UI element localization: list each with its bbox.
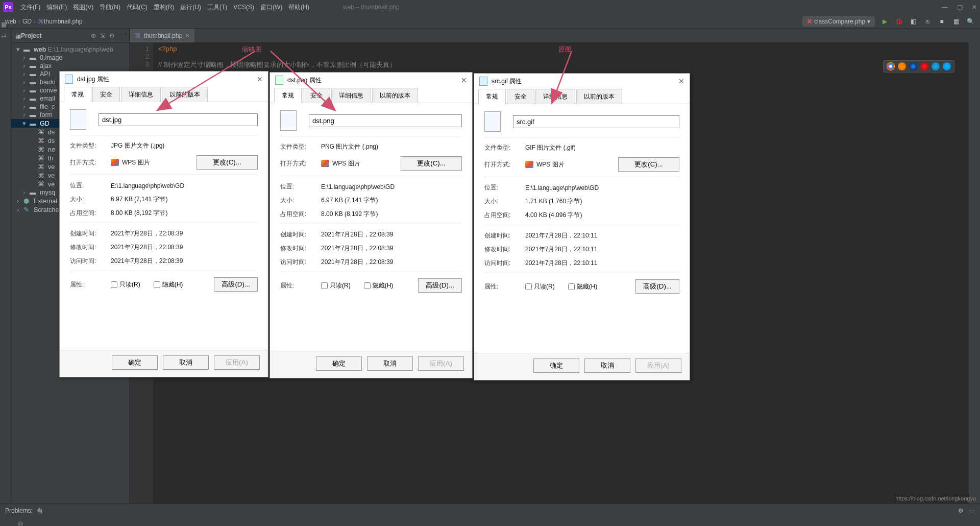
readonly-checkbox[interactable]: 只读(R) [321, 281, 351, 290]
menu-vcs[interactable]: VCS(S) [230, 4, 257, 11]
change-button[interactable]: 更改(C)... [618, 157, 679, 172]
tab-previous[interactable]: 以前的版本 [372, 88, 418, 103]
dialog-title: src.gif 属性 [492, 77, 522, 86]
tab-previous[interactable]: 以前的版本 [576, 89, 622, 104]
breadcrumb-folder[interactable]: GD [22, 18, 32, 25]
apply-button[interactable]: 应用(A) [214, 355, 260, 370]
value-modified: 2021年7月28日，22:08:39 [321, 244, 462, 253]
menu-refactor[interactable]: 重构(R) [151, 3, 178, 12]
menu-run[interactable]: 运行(U) [177, 3, 204, 12]
ok-button[interactable]: 确定 [112, 355, 158, 370]
problems-panel: Problems: 当 ⚙ — ◎ ★ [0, 504, 980, 526]
cancel-button[interactable]: 取消 [584, 358, 630, 373]
folder-icon: ▬ [30, 95, 38, 102]
hidden-checkbox[interactable]: 隐藏(H) [568, 282, 598, 291]
tab-general[interactable]: 常规 [64, 87, 91, 102]
tab-security[interactable]: 安全 [507, 89, 534, 104]
readonly-checkbox[interactable]: 只读(R) [525, 282, 555, 291]
expand-icon[interactable]: ⇲ [100, 32, 105, 39]
cancel-button[interactable]: 取消 [163, 355, 209, 370]
value-modified: 2021年7月28日，22:10:11 [525, 245, 679, 254]
menu-view[interactable]: 视图(V) [70, 3, 96, 12]
profile-icon[interactable]: ⎋ [923, 17, 932, 26]
folder-icon: ▬ [23, 46, 32, 53]
advanced-button[interactable]: 高级(D)... [418, 278, 462, 293]
change-button[interactable]: 更改(C)... [197, 155, 258, 170]
tab-security[interactable]: 安全 [92, 87, 120, 102]
file-type-icon [65, 75, 73, 84]
stop-icon[interactable]: ■ [937, 17, 946, 26]
filename-input[interactable] [99, 113, 258, 126]
coverage-icon[interactable]: ◧ [909, 17, 918, 26]
ok-button[interactable]: 确定 [316, 356, 362, 371]
hidden-checkbox[interactable]: 隐藏(H) [364, 281, 394, 290]
run-config-select[interactable]: ✖ classCompare.php ▾ [802, 16, 875, 27]
run-icon[interactable]: ▶ [880, 17, 889, 26]
close-icon[interactable]: ✕ [678, 77, 684, 85]
advanced-button[interactable]: 高级(D)... [214, 277, 258, 292]
tab-details[interactable]: 详细信息 [535, 89, 575, 104]
gear-icon[interactable]: ⚙ [109, 32, 115, 39]
menu-nav[interactable]: 导航(N) [96, 3, 124, 12]
chrome-icon[interactable] [887, 62, 895, 70]
layout-icon[interactable]: ▦ [951, 17, 961, 26]
project-tool-tab[interactable]: 1: 项目 [0, 32, 8, 38]
menu-tools[interactable]: 工具(T) [204, 3, 230, 12]
menu-window[interactable]: 窗口(W) [257, 3, 285, 12]
tab-general[interactable]: 常规 [274, 88, 302, 103]
value-size: 1.71 KB (1,760 字节) [525, 197, 679, 206]
close-icon[interactable]: ✕ [972, 4, 977, 11]
label-modified: 修改时间: [70, 243, 111, 252]
maximize-icon[interactable]: ▢ [957, 4, 963, 11]
close-tab-icon[interactable]: ✕ [185, 33, 189, 38]
readonly-checkbox[interactable]: 只读(R) [111, 280, 140, 289]
filename-input[interactable] [309, 114, 462, 127]
hide-icon[interactable]: — [969, 507, 975, 514]
value-open: WPS 图片 [525, 160, 618, 169]
value-accessed: 2021年7月28日，22:10:11 [525, 259, 679, 268]
filename-input[interactable] [513, 115, 679, 128]
menu-code[interactable]: 代码(C) [124, 3, 151, 12]
label-created: 创建时间: [484, 231, 525, 240]
tab-details[interactable]: 详细信息 [121, 87, 161, 102]
dialog-titlebar[interactable]: src.gif 属性 ✕ [474, 74, 690, 89]
firefox-icon[interactable] [898, 62, 906, 70]
menu-file[interactable]: 文件(F) [17, 3, 43, 12]
breadcrumb-file[interactable]: thumbnail.php [44, 18, 82, 25]
menu-help[interactable]: 帮助(H) [285, 3, 312, 12]
hide-icon[interactable]: — [119, 32, 125, 39]
close-icon[interactable]: ✕ [257, 75, 263, 83]
breadcrumb-root[interactable]: web [5, 18, 16, 25]
gear-icon[interactable]: ⚙ [958, 507, 964, 514]
cancel-button[interactable]: 取消 [367, 356, 413, 371]
edge-icon[interactable] [943, 62, 951, 70]
opera-icon[interactable] [920, 62, 928, 70]
target-icon[interactable]: ◎ [18, 520, 23, 526]
php-file-icon: ⌘ [38, 163, 46, 171]
ok-button[interactable]: 确定 [533, 358, 579, 373]
value-disk: 8.00 KB (8,192 字节) [321, 210, 462, 219]
tab-details[interactable]: 详细信息 [331, 88, 371, 103]
editor-tab[interactable]: ⌘ thumbnail.php ✕ [130, 29, 194, 42]
apply-button[interactable]: 应用(A) [635, 358, 681, 373]
change-button[interactable]: 更改(C)... [401, 156, 462, 171]
value-accessed: 2021年7月28日，22:08:39 [111, 257, 258, 266]
ie-icon[interactable] [932, 62, 940, 70]
tab-previous[interactable]: 以前的版本 [162, 87, 208, 102]
debug-icon[interactable]: 🐞 [894, 17, 903, 26]
tab-general[interactable]: 常规 [478, 89, 506, 104]
tab-security[interactable]: 安全 [303, 88, 330, 103]
dialog-titlebar[interactable]: dst.png 属性 ✕ [270, 73, 472, 88]
advanced-button[interactable]: 高级(D)... [635, 279, 679, 294]
close-icon[interactable]: ✕ [461, 76, 467, 84]
dialog-titlebar[interactable]: dst.jpg 属性 ✕ [60, 71, 268, 87]
search-icon[interactable]: 🔍 [966, 17, 975, 26]
hidden-checkbox[interactable]: 隐藏(H) [154, 280, 183, 289]
locate-icon[interactable]: ⊕ [91, 32, 96, 39]
watermark: https://blog.csdn.net/longkongyu [895, 495, 976, 501]
run-config-label: classCompare.php [814, 18, 865, 25]
apply-button[interactable]: 应用(A) [418, 356, 464, 371]
safari-icon[interactable] [909, 62, 917, 70]
menu-edit[interactable]: 编辑(E) [43, 3, 70, 12]
minimize-icon[interactable]: — [942, 4, 948, 11]
